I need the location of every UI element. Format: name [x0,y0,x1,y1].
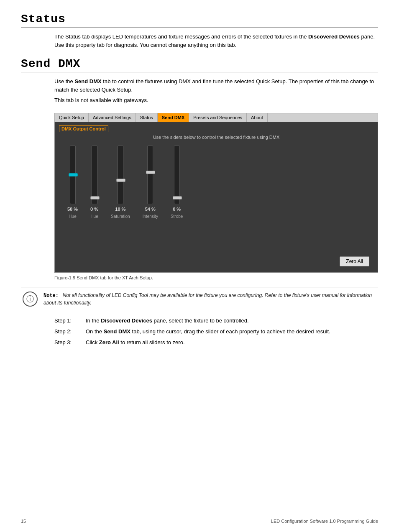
zero-all-button[interactable]: Zero All [340,256,369,266]
slider-col-3: 54 % Intensity [143,146,158,219]
slider-thumb-4[interactable] [173,196,182,200]
tab-send-dmx[interactable]: Send DMX [158,113,189,122]
tab-presets-sequences[interactable]: Presets and Sequences [189,113,247,122]
slider-value-4: 0 % [173,207,181,212]
tabs-bar: Quick Setup Advanced Settings Status Sen… [54,113,378,122]
slider-col-2: 10 % Saturation [111,146,130,219]
step-row-1: Step 1: In the Discovered Devices pane, … [54,317,378,325]
dmx-panel: DMX Output Control Use the siders below … [54,122,378,273]
tab-status[interactable]: Status [136,113,158,122]
slider-label-2: Saturation [111,214,130,219]
note-label: Note: [43,293,59,299]
status-divider [21,27,378,28]
tab-about[interactable]: About [247,113,268,122]
slider-value-1: 0 % [90,207,98,212]
status-body: The Status tab displays LED temperatures… [54,33,378,49]
slider-track-1[interactable] [92,146,97,204]
step-3-text: Click Zero All to return all sliders to … [86,339,378,346]
send-dmx-title: Send DMX [21,57,378,70]
send-dmx-intro1-start: Use the [54,78,74,84]
figure-caption: Figure-1.9 Send DMX tab for the XT Arch … [54,275,378,280]
slider-thumb-2[interactable] [116,179,125,182]
step-3-label: Step 3: [54,339,77,346]
footer-text: LED Configuration Software 1.0 Programmi… [271,519,378,524]
step-1-text: In the Discovered Devices pane, select t… [86,317,378,325]
slider-col-4: 0 % Strobe [171,146,183,219]
info-icon: ⓘ [23,292,38,307]
step-2-text: On the Send DMX tab, using the cursor, d… [86,328,378,335]
slider-col-0: 50 % Hue [67,146,78,219]
slider-label-3: Intensity [143,214,158,219]
status-title: Status [21,13,378,26]
slider-value-3: 54 % [145,207,156,212]
page-number: 15 [21,519,26,524]
step-row-3: Step 3: Click Zero All to return all sli… [54,339,378,346]
slider-thumb-3[interactable] [146,171,155,174]
step-1-label: Step 1: [54,317,77,325]
send-dmx-intro2: This tab is not available with gateways. [54,96,378,105]
send-dmx-intro1-end: tab to control the fixtures using DMX an… [54,78,374,93]
dmx-instruction: Use the siders below to control the sele… [59,135,373,140]
dmx-panel-title: DMX Output Control [59,125,108,132]
page-footer: 15 LED Configuration Software 1.0 Progra… [0,519,399,524]
slider-track-0[interactable] [70,146,76,204]
note-text: Not all functionality of LED Config Tool… [43,292,372,306]
slider-track-4[interactable] [174,146,180,204]
sliders-area: 50 % Hue 0 % Hue 10 % Saturation [59,146,373,219]
note-box: ⓘ Note: Not all functionality of LED Con… [21,287,378,311]
step-1-bold: Discovered Devices [101,317,152,324]
note-content: Note: Not all functionality of LED Confi… [43,292,378,307]
steps-section: Step 1: In the Discovered Devices pane, … [54,317,378,347]
slider-label-4: Strobe [171,214,183,219]
slider-label-1: Hue [90,214,98,219]
step-row-2: Step 2: On the Send DMX tab, using the c… [54,328,378,335]
step-2-bold: Send DMX [104,328,130,335]
status-text-start: The Status tab displays LED temperatures… [54,33,308,40]
send-dmx-body: Use the Send DMX tab to control the fixt… [54,77,378,105]
slider-track-3[interactable] [147,146,153,204]
slider-col-1: 0 % Hue [90,146,98,219]
slider-thumb-0[interactable] [69,173,78,176]
slider-value-0: 50 % [67,207,78,212]
slider-label-0: Hue [69,214,76,219]
send-dmx-divider [21,72,378,72]
zero-all-row: Zero All [59,256,373,266]
slider-track-2[interactable] [118,146,123,204]
tab-quick-setup[interactable]: Quick Setup [55,113,89,122]
status-text-bold: Discovered Devices [308,33,360,40]
slider-thumb-1[interactable] [90,196,100,200]
tab-advanced-settings[interactable]: Advanced Settings [89,113,136,122]
step-3-bold: Zero All [99,339,119,345]
step-2-label: Step 2: [54,328,77,335]
send-dmx-intro1-bold: Send DMX [74,78,101,84]
slider-value-2: 10 % [115,207,125,212]
